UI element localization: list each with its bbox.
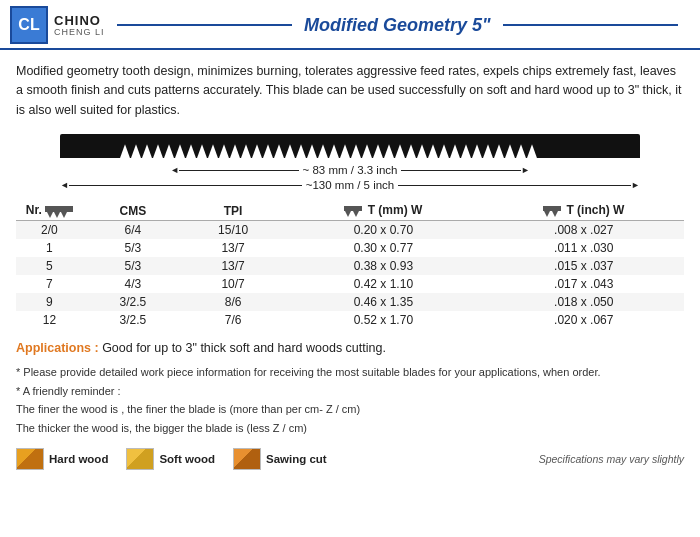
spec-table: Nr. CMS TPI — [16, 201, 684, 329]
table-row: 2/0 6/4 15/10 0.20 x 0.70 .008 x .027 — [16, 220, 684, 239]
svg-marker-2 — [54, 212, 60, 218]
blade-tooth — [384, 144, 394, 158]
arrow-left-130: ◄ — [60, 180, 69, 190]
dim-83-line — [179, 170, 298, 171]
sawcut-legend: Sawing cut — [233, 448, 327, 470]
note1: * Please provide detailed work piece inf… — [16, 363, 684, 382]
th-tinch: T (inch) W — [484, 201, 684, 220]
arrow-right-83: ► — [521, 165, 530, 175]
svg-rect-7 — [543, 206, 561, 211]
logo-letters: CL — [18, 16, 39, 34]
dim-130-label: ~130 mm / 5 inch — [302, 179, 399, 191]
company-name: CHENG LI — [54, 27, 105, 37]
table-row: 9 3/2.5 8/6 0.46 x 1.35 .018 x .050 — [16, 293, 684, 311]
svg-marker-5 — [345, 211, 351, 217]
cell-tinch: .020 x .067 — [484, 311, 684, 329]
blade-tooth — [428, 144, 438, 158]
cell-tinch: .017 x .043 — [484, 275, 684, 293]
description-text: Modified geometry tooth design, minimize… — [16, 64, 681, 117]
softwood-label: Soft wood — [159, 453, 215, 465]
cell-nr: 7 — [16, 275, 83, 293]
cell-cms: 4/3 — [83, 275, 183, 293]
cell-nr: 12 — [16, 311, 83, 329]
cell-tinch: .008 x .027 — [484, 220, 684, 239]
blade-tooth — [505, 144, 515, 158]
cell-tpi: 8/6 — [183, 293, 283, 311]
applications-block: Applications : Good for up to 3" thick s… — [0, 333, 700, 359]
svg-marker-9 — [552, 211, 558, 217]
app-text: Good for up to 3" thick soft and hard wo… — [102, 341, 386, 355]
blade-tooth — [406, 144, 416, 158]
blade-tooth — [219, 144, 229, 158]
blade-tooth — [329, 144, 339, 158]
blade-tooth — [197, 144, 207, 158]
blade-right-flat — [580, 142, 640, 158]
hardwood-swatch — [16, 448, 44, 470]
cell-tinch: .018 x .050 — [484, 293, 684, 311]
blade-tooth — [230, 144, 240, 158]
spec-note: Specifications may vary slightly — [539, 453, 684, 465]
cell-tmm: 0.42 x 1.10 — [283, 275, 483, 293]
cell-nr: 2/0 — [16, 220, 83, 239]
arrow-left-83: ◄ — [170, 165, 179, 175]
page-header: CL CHINO CHENG LI Modified Geometry 5" — [0, 0, 700, 50]
description-block: Modified geometry tooth design, minimize… — [0, 50, 700, 128]
note3: The finer the wood is , the finer the bl… — [16, 400, 684, 419]
hardwood-legend: Hard wood — [16, 448, 108, 470]
dim-83-line-right — [401, 170, 520, 171]
saw-icon — [45, 204, 73, 218]
blade-tooth — [450, 144, 460, 158]
sawcut-label: Sawing cut — [266, 453, 327, 465]
header-line-left — [117, 24, 292, 26]
cell-tmm: 0.30 x 0.77 — [283, 239, 483, 257]
notes-block: * Please provide detailed work piece inf… — [0, 359, 700, 442]
softwood-legend: Soft wood — [126, 448, 215, 470]
cell-tmm: 0.38 x 0.93 — [283, 257, 483, 275]
svg-marker-6 — [353, 211, 359, 217]
cell-cms: 5/3 — [83, 257, 183, 275]
svg-rect-4 — [344, 206, 362, 211]
logo-text-block: CHINO CHENG LI — [54, 14, 105, 37]
blade-tooth — [164, 144, 174, 158]
svg-marker-8 — [544, 211, 550, 217]
table-section: Nr. CMS TPI — [0, 195, 700, 333]
th-tpi: TPI — [183, 201, 283, 220]
svg-rect-0 — [45, 206, 73, 212]
blade-top-bar — [60, 134, 640, 142]
blade-tooth — [516, 144, 526, 158]
cell-tinch: .015 x .037 — [484, 257, 684, 275]
blade-tooth — [252, 144, 262, 158]
cell-nr: 9 — [16, 293, 83, 311]
blade-teeth-row — [60, 142, 640, 158]
blade-tooth — [373, 144, 383, 158]
blade-tooth — [120, 144, 130, 158]
th-tmm: T (mm) W — [283, 201, 483, 220]
blade-tooth — [186, 144, 196, 158]
blade-tooth — [362, 144, 372, 158]
cell-tpi: 7/6 — [183, 311, 283, 329]
blade-tooth — [318, 144, 328, 158]
blade-tooth — [274, 144, 284, 158]
cell-tmm: 0.20 x 0.70 — [283, 220, 483, 239]
dim-83-row: ◄ ~ 83 mm / 3.3 inch ► — [170, 164, 530, 176]
cell-tpi: 15/10 — [183, 220, 283, 239]
blade-left-flat — [60, 142, 120, 158]
cell-cms: 3/2.5 — [83, 311, 183, 329]
blade-tooth — [461, 144, 471, 158]
blade-diagram-wrap: ◄ ~ 83 mm / 3.3 inch ► ◄ ~130 mm / 5 inc… — [60, 134, 640, 191]
chino-label: CHINO — [54, 14, 105, 27]
blade-tooth — [285, 144, 295, 158]
teeth-container — [120, 142, 580, 158]
cell-nr: 5 — [16, 257, 83, 275]
header-line-right — [503, 24, 678, 26]
blade-tooth — [417, 144, 427, 158]
table-row: 12 3/2.5 7/6 0.52 x 1.70 .020 x .067 — [16, 311, 684, 329]
logo-box: CL CHINO CHENG LI — [10, 6, 105, 44]
blade-tooth — [241, 144, 251, 158]
blade-tooth — [296, 144, 306, 158]
table-row: 1 5/3 13/7 0.30 x 0.77 .011 x .030 — [16, 239, 684, 257]
blade-tooth — [131, 144, 141, 158]
dim-130-line — [69, 185, 302, 186]
cell-cms: 3/2.5 — [83, 293, 183, 311]
softwood-swatch — [126, 448, 154, 470]
